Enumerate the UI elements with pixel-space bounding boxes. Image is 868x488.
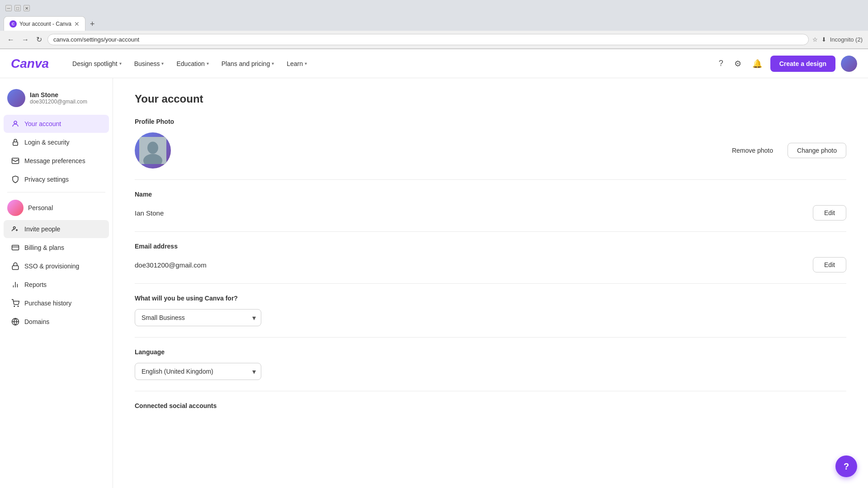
sidebar-item-login-security[interactable]: Login & security: [4, 133, 109, 151]
language-select-wrapper: English (United Kingdom) English (United…: [135, 363, 261, 380]
sidebar-item-billing-plans[interactable]: Billing & plans: [4, 239, 109, 257]
incognito-label: Incognito (2): [830, 36, 863, 43]
notifications-icon[interactable]: 🔔: [750, 56, 765, 71]
sidebar-item-invite-people[interactable]: Invite people: [4, 220, 109, 238]
sidebar: Ian Stone doe301200@gmail.com Your accou…: [0, 78, 113, 488]
nav-business-label: Business: [134, 60, 160, 67]
help-icon[interactable]: ?: [716, 56, 726, 71]
email-edit-button[interactable]: Edit: [813, 257, 846, 272]
language-label: Language: [135, 348, 846, 356]
name-label: Name: [135, 191, 846, 198]
svg-point-10: [14, 306, 15, 307]
svg-point-16: [147, 142, 158, 154]
name-edit-button[interactable]: Edit: [813, 205, 846, 221]
user-avatar-image: [841, 56, 857, 72]
chevron-down-icon: ▾: [305, 61, 307, 66]
sidebar-item-privacy-settings[interactable]: Privacy settings: [4, 170, 109, 188]
canva-logo[interactable]: Canva: [11, 56, 49, 71]
name-value: Ian Stone: [135, 209, 813, 217]
settings-icon[interactable]: ⚙: [731, 56, 744, 71]
email-section: Email address doe301200@gmail.com Edit: [135, 243, 846, 284]
reload-button[interactable]: ↻: [34, 33, 44, 46]
sidebar-user-name: Ian Stone: [30, 91, 87, 99]
sidebar-personal-section[interactable]: Personal: [0, 196, 113, 220]
canva-use-select[interactable]: Small Business Personal Education Large …: [135, 309, 261, 326]
sidebar-user-email: doe301200@gmail.com: [30, 99, 87, 105]
app: Canva Design spotlight ▾ Business ▾ Educ…: [0, 49, 868, 488]
back-button[interactable]: ←: [5, 34, 16, 46]
nav-design-spotlight-label: Design spotlight: [72, 60, 118, 67]
tab-bar: C Your account - Canva ✕ +: [0, 16, 868, 31]
tab-close-button[interactable]: ✕: [74, 21, 80, 27]
svg-point-3: [14, 227, 16, 229]
download-icon[interactable]: ⬇: [821, 36, 826, 43]
sidebar-item-label: Reports: [24, 281, 47, 288]
new-tab-button[interactable]: +: [86, 18, 99, 31]
address-bar: ← → ↻ ☆ ⬇ Incognito (2): [0, 31, 868, 49]
browser-chrome: ─ □ ✕ C Your account - Canva ✕ + ← → ↻ ☆…: [0, 0, 868, 49]
maximize-button[interactable]: □: [14, 5, 21, 11]
nav-learn[interactable]: Learn ▾: [281, 56, 312, 71]
user-avatar[interactable]: [841, 56, 857, 72]
personal-section-avatar: [7, 200, 24, 216]
chevron-down-icon: ▾: [207, 61, 209, 66]
tab-title: Your account - Canva: [19, 21, 71, 27]
minimize-button[interactable]: ─: [5, 5, 12, 11]
svg-rect-1: [13, 142, 18, 145]
top-nav: Canva Design spotlight ▾ Business ▾ Educ…: [0, 49, 868, 78]
svg-point-11: [18, 306, 19, 307]
sidebar-item-label: SSO & provisioning: [24, 263, 79, 270]
tab-favicon: C: [9, 20, 17, 28]
language-select[interactable]: English (United Kingdom) English (United…: [135, 363, 261, 380]
connected-accounts-label: Connected social accounts: [135, 402, 846, 409]
sidebar-item-label: Your account: [24, 120, 61, 127]
profile-photo: [135, 132, 171, 169]
email-value: doe301200@gmail.com: [135, 261, 813, 269]
forward-button[interactable]: →: [20, 34, 31, 46]
shield-icon: [11, 175, 20, 184]
sidebar-item-purchase-history[interactable]: Purchase history: [4, 294, 109, 312]
sso-icon: [11, 262, 20, 271]
sidebar-item-domains[interactable]: Domains: [4, 313, 109, 331]
email-row: doe301200@gmail.com Edit: [135, 257, 846, 272]
invite-icon: [11, 225, 20, 234]
nav-business[interactable]: Business ▾: [129, 56, 170, 71]
active-tab[interactable]: C Your account - Canva ✕: [4, 16, 85, 31]
svg-rect-4: [12, 245, 19, 250]
sidebar-divider: [7, 192, 105, 192]
nav-right: ? ⚙ 🔔 Create a design: [716, 56, 857, 72]
remove-photo-button[interactable]: Remove photo: [725, 143, 780, 158]
personal-section-label: Personal: [28, 204, 53, 211]
sidebar-item-label: Message preferences: [24, 157, 85, 164]
connected-accounts-section: Connected social accounts: [135, 402, 846, 420]
svg-rect-6: [12, 266, 19, 269]
close-button[interactable]: ✕: [24, 5, 30, 11]
sidebar-item-reports[interactable]: Reports: [4, 276, 109, 294]
sidebar-item-sso-provisioning[interactable]: SSO & provisioning: [4, 257, 109, 275]
address-right: ☆ ⬇ Incognito (2): [812, 36, 863, 43]
chevron-down-icon: ▾: [272, 61, 274, 66]
help-fab-button[interactable]: ?: [835, 455, 857, 477]
nav-items: Design spotlight ▾ Business ▾ Education …: [67, 56, 705, 71]
billing-icon: [11, 243, 20, 252]
name-row: Ian Stone Edit: [135, 205, 846, 221]
canva-use-select-wrapper: Small Business Personal Education Large …: [135, 309, 261, 326]
sidebar-item-label: Purchase history: [24, 300, 71, 307]
star-icon[interactable]: ☆: [812, 36, 818, 43]
sidebar-item-your-account[interactable]: Your account: [4, 115, 109, 133]
canva-use-label: What will you be using Canva for?: [135, 295, 846, 302]
title-bar: ─ □ ✕: [0, 0, 868, 16]
nav-education[interactable]: Education ▾: [171, 56, 214, 71]
page-content: Your account Profile Photo: [113, 78, 868, 488]
chevron-down-icon: ▾: [161, 61, 164, 66]
language-section: Language English (United Kingdom) Englis…: [135, 348, 846, 391]
change-photo-button[interactable]: Change photo: [788, 143, 846, 158]
reports-icon: [11, 280, 20, 289]
address-input[interactable]: [47, 34, 809, 45]
window-controls: ─ □ ✕: [5, 5, 30, 11]
create-design-button[interactable]: Create a design: [770, 56, 835, 72]
lock-icon: [11, 138, 20, 147]
nav-design-spotlight[interactable]: Design spotlight ▾: [67, 56, 127, 71]
sidebar-item-message-preferences[interactable]: Message preferences: [4, 152, 109, 170]
nav-plans-pricing[interactable]: Plans and pricing ▾: [216, 56, 279, 71]
